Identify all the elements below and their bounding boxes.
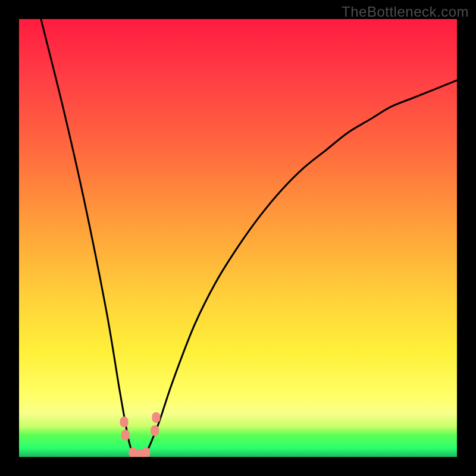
plot-area xyxy=(19,19,457,457)
bottleneck-curve-path xyxy=(41,19,457,457)
valley-marker xyxy=(151,425,159,436)
chart-frame: TheBottleneck.com xyxy=(0,0,476,476)
watermark-text: TheBottleneck.com xyxy=(342,4,469,20)
valley-marker xyxy=(121,430,130,440)
valley-marker xyxy=(120,416,129,427)
bottleneck-curve-svg xyxy=(19,19,457,457)
valley-marker xyxy=(142,447,150,457)
valley-marker xyxy=(152,412,160,423)
curve-markers xyxy=(120,412,161,457)
